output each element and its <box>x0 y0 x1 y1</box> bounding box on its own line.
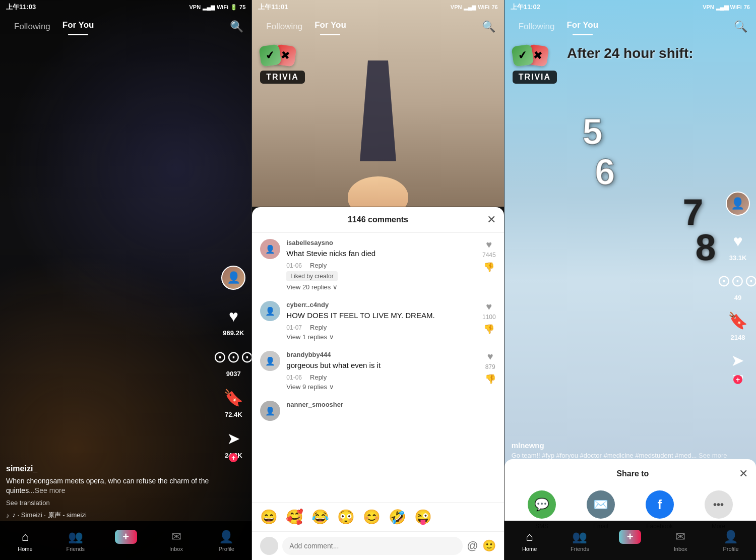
left-comment-btn[interactable]: ⊙⊙⊙ 9037 <box>221 345 245 378</box>
right-see-more[interactable]: See more <box>699 452 727 459</box>
at-icon[interactable]: @ <box>467 539 478 552</box>
right-create-icon[interactable]: + <box>619 530 641 544</box>
left-create-icon[interactable]: + <box>115 530 137 544</box>
right-search-button[interactable]: 🔍 <box>734 20 748 34</box>
comment-avatar-4[interactable]: 👤 <box>260 401 280 421</box>
left-friends-tab[interactable]: 👥 Friends <box>50 530 101 552</box>
comments-list: 👤 isabellesaysno What Stevie nicks fan d… <box>252 233 503 502</box>
comment-avatar-1[interactable]: 👤 <box>260 239 280 259</box>
comment-username-2[interactable]: cyberr..c4ndy <box>286 301 476 308</box>
left-share-icon[interactable]: ➤ <box>221 426 245 451</box>
comment-input-field[interactable] <box>282 537 463 555</box>
left-following-tab[interactable]: Following <box>8 20 56 34</box>
facebook-icon[interactable]: f <box>646 490 674 519</box>
view-replies-3[interactable]: View 9 replies ∨ <box>286 383 478 391</box>
comment-reply-1[interactable]: Reply <box>310 262 327 269</box>
comment-dislike-1[interactable]: 👎 <box>483 262 494 273</box>
right-profile-tab[interactable]: 👤 Profile <box>706 530 756 552</box>
right-home-icon[interactable]: ⌂ <box>523 530 537 544</box>
comment-reply-3[interactable]: Reply <box>310 374 327 381</box>
left-inbox-icon[interactable]: ✉ <box>169 530 183 544</box>
emoji-7[interactable]: 😜 <box>414 509 432 525</box>
emoji-1[interactable]: 😄 <box>260 509 278 525</box>
left-bookmark-btn[interactable]: 🔖 72.4K <box>221 386 245 418</box>
center-nav-tabs[interactable]: Following For You <box>260 18 352 35</box>
right-profile-icon[interactable]: 👤 <box>724 530 738 544</box>
left-nav-tabs[interactable]: Following For You <box>8 18 100 35</box>
comment-reply-2[interactable]: Reply <box>310 324 327 331</box>
center-following-tab[interactable]: Following <box>260 20 308 34</box>
left-heart-icon[interactable]: ♥ <box>221 304 245 328</box>
comment-username-3[interactable]: brandybby444 <box>286 351 478 358</box>
comment-avatar-2[interactable]: 👤 <box>260 301 280 321</box>
right-following-tab[interactable]: Following <box>513 20 561 34</box>
right-follow-plus[interactable]: + <box>733 375 742 384</box>
center-trivia-badge[interactable]: ✔ ✖ TRIVIA <box>260 45 304 84</box>
sms-icon[interactable]: 💬 <box>528 490 556 519</box>
right-create-tab[interactable]: + + <box>605 530 655 552</box>
comment-username-4[interactable]: nanner_smoosher <box>286 401 495 408</box>
left-home-tab[interactable]: ⌂ Home <box>0 530 50 552</box>
right-friends-tab[interactable]: 👥 Friends <box>555 530 605 552</box>
right-comment-icon[interactable]: ⊙⊙⊙ <box>726 269 750 293</box>
comments-close-button[interactable]: ✕ <box>487 213 496 226</box>
center-foryou-tab[interactable]: For You <box>308 18 352 35</box>
share-close-button[interactable]: ✕ <box>739 467 748 480</box>
right-friends-icon[interactable]: 👥 <box>573 530 587 544</box>
right-like-btn[interactable]: ♥ 33.1K <box>726 229 750 262</box>
left-profile-tab[interactable]: 👤 Profile <box>201 530 251 552</box>
left-bookmark-icon[interactable]: 🔖 <box>221 386 245 410</box>
emoji-6[interactable]: 🤣 <box>389 509 406 525</box>
left-search-button[interactable]: 🔍 <box>229 20 243 34</box>
right-inbox-tab[interactable]: ✉ Inbox <box>655 530 706 552</box>
view-replies-2[interactable]: View 1 replies ∨ <box>286 333 476 341</box>
right-username[interactable]: mlnewng <box>512 441 749 450</box>
left-avatar[interactable]: 👤 <box>221 266 245 290</box>
email-icon[interactable]: ✉️ <box>587 490 615 519</box>
left-status-segment: 上午11:03 VPN ▂▄▆ WiFi 🔋 75 <box>0 0 251 14</box>
right-home-tab[interactable]: ⌂ Home <box>505 530 555 552</box>
emoji-picker-icon[interactable]: 🙂 <box>482 539 496 552</box>
left-avatar-btn[interactable]: 👤 + <box>221 266 245 290</box>
comment-heart-3[interactable]: ♥ <box>487 351 493 362</box>
left-search-icon[interactable]: 🔍 <box>230 20 243 33</box>
left-follow-plus[interactable]: + <box>229 453 238 462</box>
left-friends-icon[interactable]: 👥 <box>69 530 83 544</box>
right-inbox-icon[interactable]: ✉ <box>673 530 687 544</box>
more-share-icon[interactable]: ••• <box>705 490 733 519</box>
left-like-btn[interactable]: ♥ 969.2K <box>221 304 245 337</box>
comment-avatar-3[interactable]: 👤 <box>260 351 280 371</box>
left-see-more[interactable]: See more <box>35 486 66 494</box>
left-inbox-tab[interactable]: ✉ Inbox <box>151 530 202 552</box>
right-bookmark-btn[interactable]: 🔖 2148 <box>726 308 750 341</box>
left-create-tab[interactable]: + + <box>101 530 151 552</box>
left-home-icon[interactable]: ⌂ <box>18 530 32 544</box>
comment-dislike-3[interactable]: 👎 <box>485 374 496 385</box>
left-comment-icon[interactable]: ⊙⊙⊙ <box>221 345 245 369</box>
emoji-2[interactable]: 🥰 <box>286 509 303 525</box>
right-nav-tabs[interactable]: Following For You <box>513 18 604 35</box>
left-username[interactable]: simeizi_ <box>6 464 216 473</box>
center-search-button[interactable]: 🔍 <box>482 20 496 34</box>
center-search-icon[interactable]: 🔍 <box>482 20 495 33</box>
view-replies-1[interactable]: View 20 replies ∨ <box>286 283 476 291</box>
comment-heart-2[interactable]: ♥ <box>486 301 492 313</box>
right-search-icon[interactable]: 🔍 <box>734 20 747 33</box>
left-see-translation[interactable]: See translation <box>6 499 216 507</box>
right-avatar-btn[interactable]: 👤 + <box>726 192 750 216</box>
right-bookmark-icon[interactable]: 🔖 <box>726 308 750 333</box>
right-avatar[interactable]: 👤 <box>726 192 750 216</box>
emoji-3[interactable]: 😂 <box>311 509 329 525</box>
comment-dislike-2[interactable]: 👎 <box>483 324 494 335</box>
left-foryou-tab[interactable]: For You <box>56 18 100 35</box>
comment-username-1[interactable]: isabellesaysno <box>286 239 476 246</box>
comment-heart-1[interactable]: ♥ <box>486 239 492 251</box>
right-trivia-badge[interactable]: ✔ ✖ TRIVIA <box>513 45 557 84</box>
right-comment-btn[interactable]: ⊙⊙⊙ 49 <box>726 269 750 301</box>
right-share-icon[interactable]: ➤ <box>726 348 750 372</box>
left-profile-icon[interactable]: 👤 <box>219 530 233 544</box>
emoji-5[interactable]: 😊 <box>363 509 381 525</box>
right-foryou-tab[interactable]: For You <box>560 18 604 35</box>
right-heart-icon[interactable]: ♥ <box>726 229 750 253</box>
emoji-4[interactable]: 😳 <box>337 509 355 525</box>
